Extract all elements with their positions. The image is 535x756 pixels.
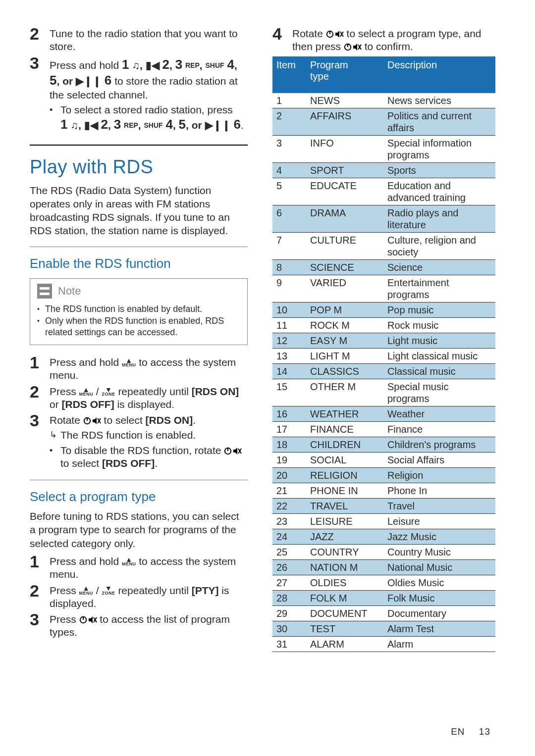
- item-cell: 20: [272, 467, 306, 483]
- step-number: 2: [30, 582, 50, 599]
- item-cell: 23: [272, 513, 306, 529]
- item-cell: 30: [272, 621, 306, 636]
- program-cell: VARIED: [306, 275, 383, 302]
- power-mute-knob-icon: [83, 417, 101, 425]
- table-row: 14CLASSICSClassical music: [272, 363, 495, 379]
- note-box: Note •The RDS function is enabled by def…: [30, 278, 248, 346]
- table-row: 27OLDIESOldies Music: [272, 575, 495, 590]
- divider: [30, 145, 248, 146]
- album-icon: ▮◀: [146, 59, 160, 71]
- program-cell: SOCIAL: [306, 452, 383, 467]
- note-item: Only when the RDS function is enabled, R…: [45, 315, 240, 338]
- program-cell: NATION M: [306, 559, 383, 575]
- table-header: Description: [383, 56, 495, 93]
- item-cell: 17: [272, 421, 306, 437]
- step-number: 2: [30, 25, 50, 42]
- item-cell: 8: [272, 259, 306, 275]
- page-footer: EN 13: [451, 726, 490, 737]
- program-cell: PHONE IN: [306, 483, 383, 498]
- program-cell: JAZZ: [306, 529, 383, 544]
- program-cell: WEATHER: [306, 406, 383, 421]
- description-cell: Alarm: [383, 636, 495, 652]
- table-row: 12EASY MLight music: [272, 333, 495, 348]
- item-cell: 10: [272, 302, 306, 317]
- table-row: 31ALARMAlarm: [272, 636, 495, 652]
- program-cell: ALARM: [306, 636, 383, 652]
- table-row: 9VARIEDEntertainment programs: [272, 275, 495, 302]
- intro-paragraph: The RDS (Radio Data System) function ope…: [30, 184, 248, 238]
- item-cell: 27: [272, 575, 306, 590]
- subsection-heading: Select a program type: [30, 489, 248, 504]
- item-cell: 2: [272, 108, 306, 135]
- table-row: 2AFFAIRSPolitics and current affairs: [272, 108, 495, 135]
- table-row: 23LEISURELeisure: [272, 513, 495, 529]
- step-text: Press ▲MENU / ▼ZONE repeatedly until [PT…: [50, 584, 248, 610]
- program-cell: RELIGION: [306, 467, 383, 483]
- table-row: 11ROCK MRock music: [272, 317, 495, 333]
- program-cell: SPORT: [306, 162, 383, 178]
- description-cell: Country Music: [383, 544, 495, 559]
- step-text: Tune to the radio station that you want …: [50, 27, 248, 53]
- description-cell: Weather: [383, 406, 495, 421]
- power-mute-knob-icon: [326, 30, 344, 38]
- step-number: 3: [30, 611, 50, 628]
- description-cell: Science: [383, 259, 495, 275]
- program-cell: LEISURE: [306, 513, 383, 529]
- description-cell: Oldies Music: [383, 575, 495, 590]
- table-row: 24JAZZJazz Music: [272, 529, 495, 544]
- program-cell: POP M: [306, 302, 383, 317]
- program-cell: FOLK M: [306, 590, 383, 605]
- menu-up-icon: ▲MENU: [79, 388, 94, 396]
- program-cell: EDUCATE: [306, 178, 383, 205]
- table-row: 6DRAMARadio plays and literature: [272, 205, 495, 232]
- item-cell: 6: [272, 205, 306, 232]
- table-header: Programtype: [306, 56, 383, 93]
- table-row: 18CHILDRENChildren's programs: [272, 437, 495, 452]
- program-cell: TEST: [306, 621, 383, 636]
- table-header: Item: [272, 56, 306, 93]
- music-note-icon: ♫: [132, 59, 140, 71]
- item-cell: 3: [272, 135, 306, 162]
- item-cell: 29: [272, 605, 306, 621]
- sub-step-text: To disable the RDS function, rotate to s…: [60, 444, 248, 470]
- store-station-steps: 2 Tune to the radio station that you wan…: [30, 27, 248, 134]
- description-cell: Rock music: [383, 317, 495, 333]
- description-cell: Phone In: [383, 483, 495, 498]
- table-row: 28FOLK MFolk Music: [272, 590, 495, 605]
- bullet-icon: •: [37, 305, 45, 316]
- enable-rds-steps: 1Press and hold ▲MENU to access the syst…: [30, 356, 248, 471]
- page-number: 13: [479, 726, 490, 737]
- table-row: 19SOCIALSocial Affairs: [272, 452, 495, 467]
- program-cell: FINANCE: [306, 421, 383, 437]
- item-cell: 22: [272, 498, 306, 513]
- item-cell: 24: [272, 529, 306, 544]
- menu-up-icon: ▲MENU: [122, 358, 136, 367]
- table-row: 7CULTURECulture, religion and society: [272, 232, 495, 259]
- description-cell: Entertainment programs: [383, 275, 495, 302]
- description-cell: National Music: [383, 559, 495, 575]
- item-cell: 31: [272, 636, 306, 652]
- table-row: 4SPORTSports: [272, 162, 495, 178]
- item-cell: 26: [272, 559, 306, 575]
- item-cell: 15: [272, 379, 306, 406]
- program-cell: ROCK M: [306, 317, 383, 333]
- zone-down-icon: ▼ZONE: [102, 586, 115, 595]
- description-cell: Special information programs: [383, 135, 495, 162]
- step-text: Press and hold 1 ♫, ▮◀ 2, 3 REP, SHUF 4,…: [50, 56, 248, 134]
- step-number: 3: [30, 412, 50, 429]
- step-text: Press to access the list of program type…: [50, 613, 248, 639]
- program-cell: SCIENCE: [306, 259, 383, 275]
- description-cell: Special music programs: [383, 379, 495, 406]
- table-row: 1NEWSNews services: [272, 93, 495, 108]
- divider: [30, 247, 248, 247]
- program-cell: LIGHT M: [306, 348, 383, 363]
- description-cell: Education and advanced training: [383, 178, 495, 205]
- description-cell: Documentary: [383, 605, 495, 621]
- power-mute-knob-icon: [224, 447, 242, 455]
- description-cell: Classical music: [383, 363, 495, 379]
- step-text: Press ▲MENU / ▼ZONE repeatedly until [RD…: [50, 385, 248, 411]
- key-sequence: 1 ♫, ▮◀ 2, 3 REP, SHUF 4, 5, or ▶❙❙ 6: [60, 119, 241, 131]
- right-column: 4 Rotate to select a program type, and t…: [272, 27, 495, 736]
- program-cell: OTHER M: [306, 379, 383, 406]
- step-number: 4: [272, 25, 292, 42]
